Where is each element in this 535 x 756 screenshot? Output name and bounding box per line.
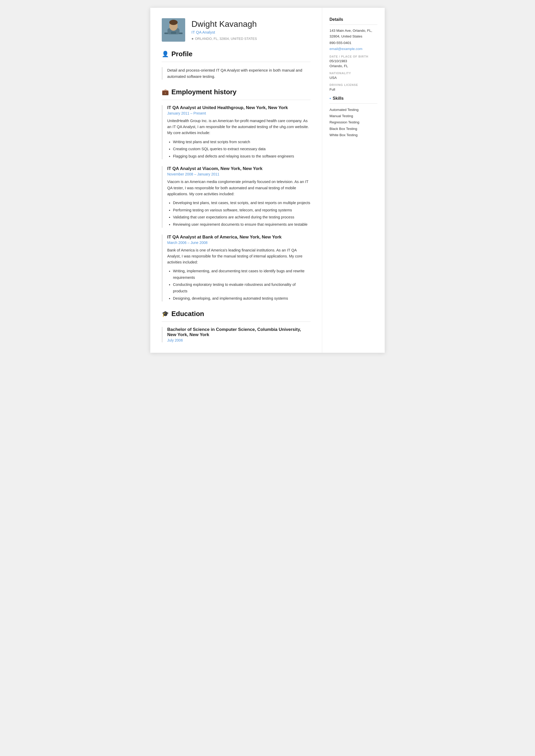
job-desc-1: UnitedHealth Group Inc. is an American f… bbox=[167, 118, 310, 136]
job-bullets-3: Writing, implementing, and documenting t… bbox=[167, 268, 310, 302]
job-desc-2: Viacom is an American media conglomerate… bbox=[167, 179, 310, 197]
job-dates-3: March 2006 – June 2008 bbox=[167, 241, 310, 245]
job-dates-1: January 2011 – Present bbox=[167, 111, 310, 115]
skill-3: Regression Testing bbox=[329, 119, 378, 125]
job-desc-3: Bank of America is one of America's lead… bbox=[167, 247, 310, 265]
job-title-2: IT QA Analyst at Viacom, New York, New Y… bbox=[167, 166, 310, 171]
header-info: Dwight Kavanagh IT QA Analyst ● ORLANDO,… bbox=[191, 19, 257, 40]
sidebar-nationality: USA bbox=[329, 76, 378, 80]
resume-card: Dwight Kavanagh IT QA Analyst ● ORLANDO,… bbox=[150, 8, 385, 353]
main-column: Dwight Kavanagh IT QA Analyst ● ORLANDO,… bbox=[150, 8, 322, 353]
sidebar-email: email@example.com bbox=[329, 47, 378, 51]
dob-label: DATE / PLACE OF BIRTH bbox=[329, 55, 378, 58]
bullet-item: Developing test plans, test cases, test … bbox=[173, 200, 310, 206]
svg-point-4 bbox=[169, 20, 178, 25]
sidebar: Details 143 Main Ave, Orlando, FL, 32804… bbox=[322, 8, 385, 353]
candidate-name: Dwight Kavanagh bbox=[191, 19, 257, 29]
skills-icon: ▪ bbox=[329, 96, 331, 100]
bullet-item: Designing, developing, and implementing … bbox=[173, 295, 310, 302]
bullet-item: Flagging bugs and defects and relaying i… bbox=[173, 153, 310, 160]
job-bullets-2: Developing test plans, test cases, test … bbox=[167, 200, 310, 228]
nationality-label: NATIONALITY bbox=[329, 71, 378, 75]
profile-text: Detail and process-oriented IT QA Analys… bbox=[162, 67, 310, 80]
education-title: Education bbox=[171, 310, 204, 318]
bullet-item: Writing test plans and test scripts from… bbox=[173, 139, 310, 145]
bullet-item: Conducting exploratory testing to evalua… bbox=[173, 282, 310, 294]
profile-section-header: 👤 Profile bbox=[162, 50, 310, 58]
edu-degree-1: Bachelor of Science in Computer Science,… bbox=[167, 327, 310, 338]
bullet-item: Validating that user expectations are ac… bbox=[173, 214, 310, 221]
education-section-header: 🎓 Education bbox=[162, 310, 310, 318]
job-block-1: IT QA Analyst at United Healthgroup, New… bbox=[162, 105, 310, 159]
sidebar-address: 143 Main Ave, Orlando, FL, 32804, United… bbox=[329, 28, 378, 39]
driving-label: DRIVING LICENSE bbox=[329, 83, 378, 86]
profile-icon: 👤 bbox=[162, 51, 169, 58]
employment-title: Employment history bbox=[171, 88, 237, 96]
profile-divider bbox=[162, 62, 310, 62]
avatar bbox=[162, 18, 185, 42]
employment-section-header: 💼 Employment history bbox=[162, 88, 310, 96]
skill-5: White Box Testing bbox=[329, 132, 378, 138]
job-bullets-1: Writing test plans and test scripts from… bbox=[167, 139, 310, 160]
candidate-title: IT QA Analyst bbox=[191, 30, 257, 34]
svg-rect-5 bbox=[171, 32, 176, 34]
education-divider bbox=[162, 321, 310, 322]
details-divider bbox=[329, 24, 378, 25]
sidebar-dob: 05/10/1983 bbox=[329, 59, 378, 63]
bullet-item: Reviewing user requirement documents to … bbox=[173, 221, 310, 228]
employment-icon: 💼 bbox=[162, 89, 169, 95]
header-section: Dwight Kavanagh IT QA Analyst ● ORLANDO,… bbox=[162, 18, 310, 42]
skills-header: ▪ Skills bbox=[329, 96, 378, 101]
details-title: Details bbox=[329, 17, 378, 22]
bullet-item: Creating custom SQL queries to extract n… bbox=[173, 146, 310, 152]
education-icon: 🎓 bbox=[162, 310, 169, 317]
candidate-location: ● ORLANDO, FL, 32804, UNITED STATES bbox=[191, 37, 257, 40]
skill-4: Black Box Testing bbox=[329, 126, 378, 132]
sidebar-driving: Full bbox=[329, 88, 378, 92]
job-block-2: IT QA Analyst at Viacom, New York, New Y… bbox=[162, 166, 310, 228]
bullet-item: Performing testing on various software, … bbox=[173, 207, 310, 213]
skills-title: Skills bbox=[333, 96, 344, 101]
skill-2: Manual Testing bbox=[329, 113, 378, 119]
edu-date-1: July 2006 bbox=[167, 338, 310, 342]
job-title-3: IT QA Analyst at Bank of America, New Yo… bbox=[167, 234, 310, 240]
sidebar-phone: 890-555-0401 bbox=[329, 40, 378, 46]
skills-divider bbox=[329, 103, 378, 104]
location-icon: ● bbox=[191, 37, 193, 40]
job-dates-2: November 2008 – January 2011 bbox=[167, 172, 310, 176]
profile-title: Profile bbox=[171, 50, 192, 58]
employment-divider bbox=[162, 100, 310, 100]
bullet-item: Writing, implementing, and documenting t… bbox=[173, 268, 310, 281]
skill-1: Automated Testing bbox=[329, 107, 378, 113]
job-block-3: IT QA Analyst at Bank of America, New Yo… bbox=[162, 234, 310, 302]
education-block-1: Bachelor of Science in Computer Science,… bbox=[162, 327, 310, 342]
job-title-1: IT QA Analyst at United Healthgroup, New… bbox=[167, 105, 310, 110]
sidebar-dob-place: Orlando, FL bbox=[329, 64, 378, 68]
